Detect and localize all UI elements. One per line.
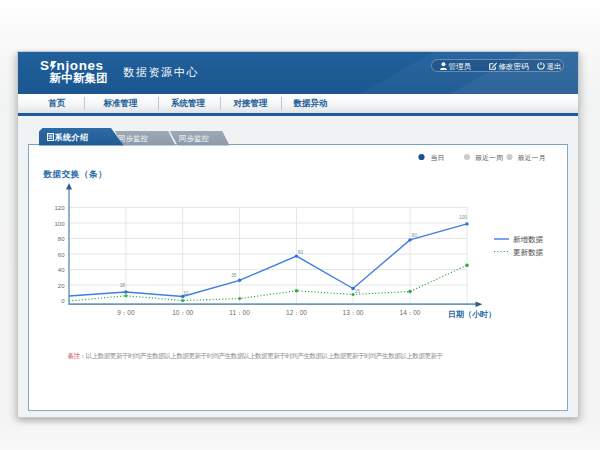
svg-text:80: 80	[412, 232, 418, 237]
svg-text:更新数据: 更新数据	[513, 247, 544, 256]
svg-text:日期（小时）: 日期（小时）	[448, 310, 496, 319]
svg-text:80: 80	[58, 236, 65, 242]
svg-text:10：00: 10：00	[172, 309, 193, 316]
svg-text:120: 120	[54, 205, 65, 211]
svg-text:60: 60	[298, 250, 304, 255]
svg-text:100: 100	[459, 215, 467, 220]
svg-text:13：00: 13：00	[343, 309, 364, 316]
svg-text:新增数据: 新增数据	[513, 235, 544, 244]
svg-text:15: 15	[355, 289, 361, 294]
svg-text:18: 18	[120, 283, 126, 288]
svg-text:9：00: 9：00	[117, 309, 135, 316]
svg-text:12：00: 12：00	[286, 309, 307, 316]
svg-text:60: 60	[58, 251, 65, 257]
svg-text:当日: 当日	[431, 153, 445, 161]
svg-text:11：00: 11：00	[229, 309, 250, 316]
svg-text:最近一月: 最近一月	[518, 153, 546, 161]
svg-text:20: 20	[58, 282, 65, 288]
svg-text:100: 100	[54, 220, 65, 226]
svg-text:数据交换（条）: 数据交换（条）	[43, 169, 108, 179]
svg-text:35: 35	[231, 272, 237, 277]
svg-text:10: 10	[183, 291, 189, 296]
svg-text:0: 0	[61, 298, 65, 304]
svg-text:14：00: 14：00	[400, 309, 421, 316]
svg-text:最近一周: 最近一周	[475, 153, 503, 160]
svg-text:40: 40	[58, 267, 65, 273]
